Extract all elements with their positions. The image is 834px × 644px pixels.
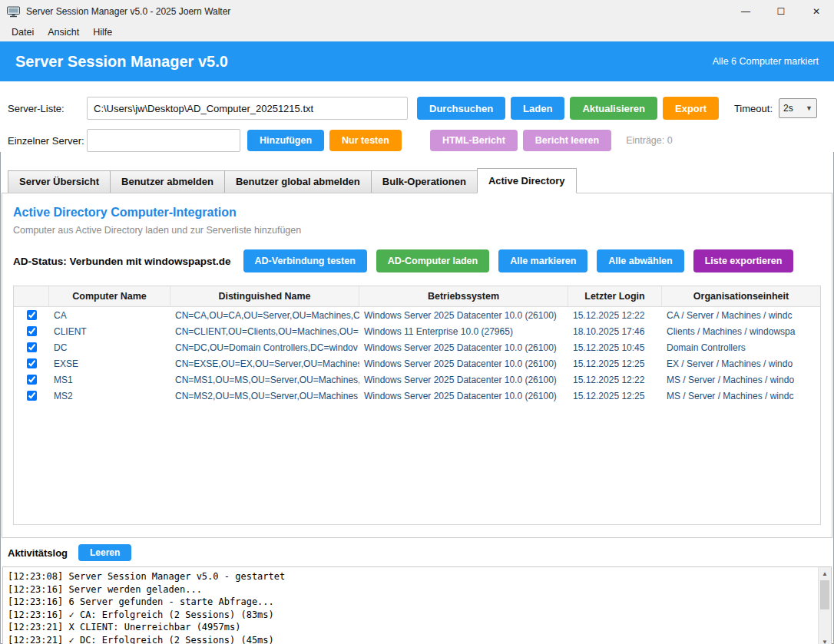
row-checkbox[interactable] (27, 310, 37, 320)
activity-log-label: Aktivitätslog (8, 547, 68, 559)
load-button[interactable]: Laden (511, 97, 564, 120)
cell-letzter-login: 15.12.2025 12:22 (568, 375, 662, 385)
ad-heading: Active Directory Computer-Integration (13, 206, 821, 220)
row-checkbox[interactable] (27, 391, 37, 401)
scroll-track[interactable] (819, 580, 831, 636)
table-row[interactable]: CACN=CA,OU=CA,OU=Server,OU=Machines,CWin… (14, 307, 820, 323)
cell-computer-name: MS2 (49, 391, 170, 401)
checkbox-cell (14, 358, 49, 368)
table-row[interactable]: MS2CN=MS2,OU=MS,OU=Server,OU=MachinesWin… (14, 388, 820, 404)
table-row[interactable]: CLIENTCN=CLIENT,OU=Clients,OU=Machines,O… (14, 323, 820, 339)
ad-table-body: CACN=CA,OU=CA,OU=Server,OU=Machines,CWin… (14, 307, 820, 404)
activity-log[interactable]: [12:23:08] Server Session Manager v5.0 -… (2, 566, 832, 644)
tab-benutzer-global-abmelden[interactable]: Benutzer global abmelden (224, 170, 372, 193)
cell-distinguished-name: CN=EXSE,OU=EX,OU=Server,OU=Machines (170, 358, 359, 369)
cell-letzter-login: 18.10.2025 17:46 (568, 326, 662, 337)
row-checkbox[interactable] (27, 326, 37, 336)
cell-computer-name: CLIENT (49, 326, 170, 337)
column-header[interactable]: Letzter Login (568, 286, 662, 306)
cell-betriebssystem: Windows 11 Enterprise 10.0 (27965) (359, 326, 568, 337)
single-server-row: Einzelner Server: Hinzufügen Nur testen … (8, 129, 826, 152)
row-checkbox[interactable] (27, 375, 37, 385)
column-header[interactable]: Distinguished Name (170, 286, 359, 306)
app-icon (7, 6, 20, 18)
ad-subheading: Computer aus Active Directory laden und … (13, 225, 821, 236)
log-scrollbar[interactable]: ▲ ▼ (818, 567, 831, 644)
ad-computer-table: Computer NameDistinguished NameBetriebss… (13, 286, 821, 525)
cell-distinguished-name: CN=MS2,OU=MS,OU=Server,OU=Machines (170, 391, 359, 401)
column-header-checkbox (14, 286, 49, 306)
html-report-button[interactable]: HTML-Bericht (430, 130, 518, 151)
liste-exportieren-button[interactable]: Liste exportieren (693, 249, 794, 272)
server-list-input[interactable] (87, 97, 408, 120)
column-header[interactable]: Computer Name (49, 286, 170, 306)
alle-abwaehlen-button[interactable]: Alle abwählen (597, 249, 683, 272)
cell-letzter-login: 15.12.2025 12:22 (568, 310, 662, 321)
ad-computer-laden-button[interactable]: AD-Computer laden (376, 249, 489, 272)
minimize-icon[interactable]: — (728, 0, 763, 23)
cell-organisationseinheit: MS / Server / Machines / windc (662, 391, 820, 401)
selection-status: Alle 6 Computer markiert (713, 56, 819, 67)
checkbox-cell (14, 326, 49, 336)
title-bar: Server Session Manager v5.0 - 2025 Joern… (0, 0, 834, 23)
cell-distinguished-name: CN=CLIENT,OU=Clients,OU=Machines,OU= (170, 326, 359, 337)
menu-item-hilfe[interactable]: Hilfe (86, 23, 119, 41)
ad-status-text: AD-Status: Verbunden mit windowspapst.de (13, 256, 231, 267)
cell-organisationseinheit: EX / Server / Machines / windo (662, 358, 820, 369)
log-line: [12:23:16] Server werden geladen... (8, 583, 826, 596)
cell-organisationseinheit: MS / Server / Machines / windo (662, 375, 820, 385)
timeout-select[interactable]: 2s ▼ (779, 98, 817, 118)
timeout-group: Timeout: 2s ▼ (734, 98, 826, 118)
alle-markieren-button[interactable]: Alle markieren (498, 249, 587, 272)
clear-log-button[interactable]: Leeren (78, 544, 131, 561)
scroll-down-icon[interactable]: ▼ (819, 636, 831, 644)
active-directory-panel: Active Directory Computer-Integration Co… (2, 193, 832, 538)
maximize-icon[interactable]: ☐ (763, 0, 799, 23)
tab-bulk-operationen[interactable]: Bulk-Operationen (371, 170, 478, 193)
cell-betriebssystem: Windows Server 2025 Datacenter 10.0 (261… (359, 391, 568, 401)
refresh-button[interactable]: Aktualisieren (570, 97, 657, 120)
cell-distinguished-name: CN=MS1,OU=MS,OU=Server,OU=Machines, (170, 375, 359, 385)
scroll-thumb[interactable] (820, 580, 829, 609)
column-header[interactable]: Betriebssystem (359, 286, 568, 306)
row-checkbox[interactable] (27, 342, 37, 352)
cell-distinguished-name: CN=CA,OU=CA,OU=Server,OU=Machines,C (170, 310, 359, 321)
tab-active-directory[interactable]: Active Directory (477, 168, 577, 193)
export-button[interactable]: Export (663, 97, 719, 120)
log-line: [12:23:16] 6 Server gefunden - starte Ab… (8, 596, 826, 609)
ad-verbindung-testen-button[interactable]: AD-Verbindung testen (243, 249, 367, 272)
entries-count: Einträge: 0 (626, 135, 672, 146)
log-header: Aktivitätslog Leeren (0, 538, 834, 566)
ad-action-bar: AD-Verbindung testenAD-Computer ladenAll… (243, 249, 803, 272)
clear-report-button[interactable]: Bericht leeren (523, 130, 611, 151)
cell-letzter-login: 15.12.2025 12:25 (568, 391, 662, 401)
table-row[interactable]: MS1CN=MS1,OU=MS,OU=Server,OU=Machines,Wi… (14, 372, 820, 388)
menu-item-datei[interactable]: Datei (5, 23, 41, 41)
tab-bar: Server ÜbersichtBenutzer abmeldenBenutze… (0, 161, 834, 193)
single-server-input[interactable] (87, 129, 240, 152)
page-title: Server Session Manager v5.0 (15, 53, 228, 71)
log-line: [12:23:16] ✓ CA: Erfolgreich (2 Sessions… (8, 609, 826, 622)
table-row[interactable]: EXSECN=EXSE,OU=EX,OU=Server,OU=MachinesW… (14, 355, 820, 372)
column-header[interactable]: Organisationseinheit (662, 286, 820, 306)
chevron-down-icon: ▼ (806, 104, 812, 112)
checkbox-cell (14, 342, 49, 352)
cell-organisationseinheit: Domain Controllers (662, 342, 820, 353)
test-only-button[interactable]: Nur testen (329, 130, 402, 151)
cell-betriebssystem: Windows Server 2025 Datacenter 10.0 (261… (359, 310, 568, 321)
row-checkbox[interactable] (27, 358, 37, 368)
window-controls: — ☐ ✕ (728, 0, 834, 23)
tab-benutzer-abmelden[interactable]: Benutzer abmelden (110, 170, 225, 193)
cell-distinguished-name: CN=DC,OU=Domain Controllers,DC=windov (170, 342, 359, 353)
menu-item-ansicht[interactable]: Ansicht (41, 23, 86, 41)
checkbox-cell (14, 375, 49, 385)
cell-computer-name: EXSE (49, 358, 170, 369)
cell-computer-name: CA (49, 310, 170, 321)
scroll-up-icon[interactable]: ▲ (819, 567, 831, 580)
close-icon[interactable]: ✕ (799, 0, 834, 23)
tab-server-uebersicht[interactable]: Server Übersicht (8, 170, 111, 193)
browse-button[interactable]: Durchsuchen (417, 97, 505, 120)
table-row[interactable]: DCCN=DC,OU=Domain Controllers,DC=windovW… (14, 339, 820, 355)
add-server-button[interactable]: Hinzufügen (247, 130, 324, 151)
window-title: Server Session Manager v5.0 - 2025 Joern… (26, 6, 230, 17)
